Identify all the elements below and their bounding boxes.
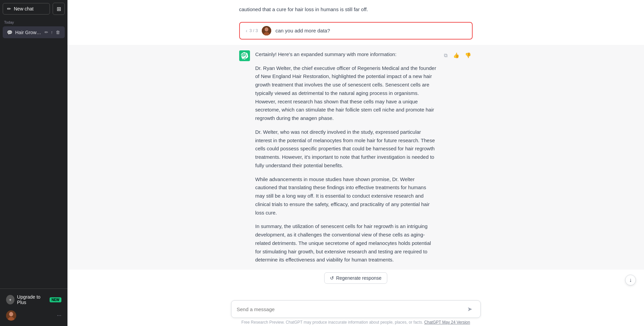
- footer-disclaimer: Free Research Preview. ChatGPT may produ…: [231, 318, 481, 326]
- user-message-text: can you add more data?: [275, 28, 330, 33]
- ai-paragraph3: While advancements in mouse studies have…: [255, 175, 437, 217]
- scroll-bottom-button[interactable]: ↓: [625, 275, 636, 285]
- sidebar: ✏ New chat ⊞ Today 💬 Hair Growth Treatme…: [0, 0, 67, 326]
- user-menu-dots[interactable]: ···: [57, 312, 61, 319]
- sidebar-bottom: + Upgrade to Plus NEW ···: [0, 289, 67, 326]
- upgrade-label: Upgrade to Plus: [17, 294, 47, 305]
- regenerate-area: ↺ Regenerate response: [67, 272, 644, 284]
- send-icon: ➤: [467, 305, 472, 313]
- user-message-block: ‹ 3 / 3 can you add more data?: [67, 17, 644, 45]
- scroll-down-icon: ↓: [629, 277, 632, 283]
- footer-inner: ➤ Free Research Preview. ChatGPT may pro…: [231, 300, 481, 326]
- user-avatar-small: [262, 26, 271, 35]
- ai-message-content: Certainly! Here's an expanded summary wi…: [255, 50, 437, 264]
- user-avatar-image: [6, 310, 16, 321]
- new-chat-button[interactable]: ✏ New chat: [3, 3, 50, 15]
- user-message-wrapper: ‹ 3 / 3 can you add more data?: [231, 19, 481, 42]
- user-row[interactable]: ···: [3, 308, 65, 323]
- layout-toggle-button[interactable]: ⊞: [53, 3, 65, 15]
- main-content: cautioned that a cure for hair loss in h…: [67, 0, 644, 326]
- message-input[interactable]: [237, 306, 462, 312]
- layout-icon: ⊞: [57, 6, 61, 12]
- send-button[interactable]: ➤: [465, 304, 475, 314]
- pagination-count: 3 / 3: [249, 28, 258, 33]
- disclaimer-link[interactable]: ChatGPT May 24 Version: [424, 320, 470, 325]
- ai-message-inner: Certainly! Here's an expanded summary wi…: [231, 50, 481, 264]
- svg-point-1: [9, 312, 13, 317]
- pagination-prev-button[interactable]: ‹: [245, 28, 248, 33]
- pagination: ‹ 3 / 3: [245, 28, 258, 33]
- upgrade-icon: +: [6, 295, 15, 304]
- context-text: cautioned that a cure for hair loss in h…: [231, 0, 481, 17]
- chat-history-item[interactable]: 💬 Hair Growth Treatme... ✏ ↑ 🗑: [3, 26, 65, 38]
- edit-chat-icon[interactable]: ✏: [44, 29, 49, 35]
- chat-item-icon: 💬: [7, 30, 12, 35]
- message-input-area: ➤: [231, 300, 481, 318]
- plus-icon: +: [9, 297, 11, 302]
- thumbs-up-button[interactable]: 👍: [452, 52, 461, 59]
- share-chat-icon[interactable]: ↑: [50, 29, 54, 35]
- chat-item-actions: ✏ ↑ 🗑: [44, 29, 61, 35]
- chatgpt-logo: [241, 52, 248, 59]
- svg-point-4: [265, 27, 269, 31]
- ai-message-block: Certainly! Here's an expanded summary wi…: [67, 45, 644, 270]
- user-avatar: [6, 310, 16, 321]
- ai-paragraph1: Dr. Ryan Welter, the chief executive off…: [255, 64, 437, 123]
- regenerate-button[interactable]: ↺ Regenerate response: [324, 272, 387, 284]
- sidebar-top: ✏ New chat ⊞: [0, 0, 67, 18]
- today-section-label: Today: [0, 18, 67, 26]
- regenerate-label: Regenerate response: [336, 275, 382, 281]
- user-message-highlight: ‹ 3 / 3 can you add more data?: [239, 22, 473, 40]
- delete-chat-icon[interactable]: 🗑: [55, 29, 61, 35]
- regenerate-icon: ↺: [330, 275, 334, 281]
- ai-paragraph4: In summary, the utilization of senescent…: [255, 222, 437, 264]
- copy-button[interactable]: ⧉: [443, 52, 449, 59]
- chat-scroll-area[interactable]: cautioned that a cure for hair loss in h…: [67, 0, 644, 300]
- new-badge: NEW: [50, 297, 61, 302]
- user-message-avatar: [262, 26, 271, 35]
- ai-message-actions: ⧉ 👍 👎: [443, 50, 473, 59]
- ai-avatar: [239, 50, 250, 61]
- upgrade-button[interactable]: + Upgrade to Plus NEW: [3, 292, 65, 308]
- new-chat-label: New chat: [14, 6, 33, 11]
- thumbs-down-button[interactable]: 👎: [464, 52, 473, 59]
- footer-area: ➤ Free Research Preview. ChatGPT may pro…: [67, 300, 644, 326]
- ai-intro: Certainly! Here's an expanded summary wi…: [255, 50, 437, 59]
- disclaimer-text: Free Research Preview. ChatGPT may produ…: [242, 320, 423, 325]
- chat-item-label: Hair Growth Treatme...: [15, 30, 43, 35]
- new-chat-icon: ✏: [7, 6, 11, 11]
- ai-paragraph2: Dr. Welter, who was not directly involve…: [255, 128, 437, 170]
